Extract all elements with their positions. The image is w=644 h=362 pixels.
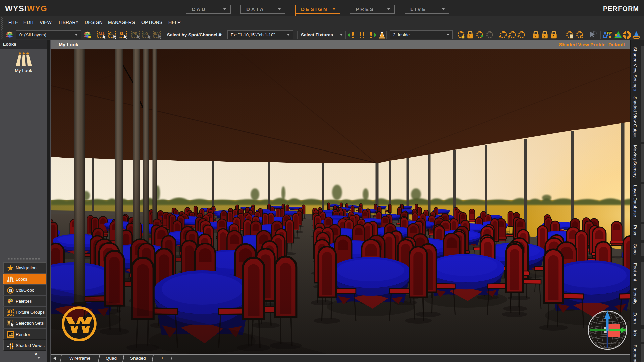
svg-text:ALL: ALL (98, 32, 105, 36)
svg-text:1: 1 (469, 34, 471, 38)
svg-text:y: y (544, 34, 546, 38)
svg-text:x: x (499, 35, 501, 39)
svg-text:LO: LO (143, 32, 148, 36)
svg-text:100: 100 (607, 31, 612, 34)
svg-text:CL: CL (109, 32, 113, 36)
svg-text:z: z (553, 34, 554, 38)
svg-text:PR: PR (132, 32, 138, 36)
svg-text:SL: SL (120, 32, 124, 36)
svg-text:x: x (535, 34, 537, 38)
svg-text:y: y (508, 35, 510, 39)
svg-text:G: G (9, 288, 12, 293)
svg-text:z: z (517, 35, 519, 39)
